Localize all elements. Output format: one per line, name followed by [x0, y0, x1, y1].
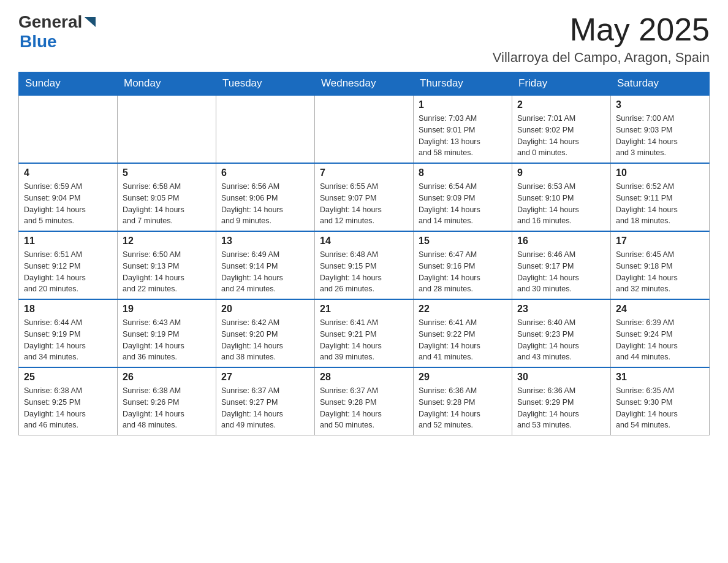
calendar-cell-w4-d6: 24Sunrise: 6:39 AM Sunset: 9:24 PM Dayli… — [611, 299, 710, 367]
calendar-cell-w2-d0: 4Sunrise: 6:59 AM Sunset: 9:04 PM Daylig… — [19, 163, 118, 231]
day-info: Sunrise: 6:40 AM Sunset: 9:23 PM Dayligh… — [517, 317, 605, 363]
calendar-cell-w2-d3: 7Sunrise: 6:55 AM Sunset: 9:07 PM Daylig… — [315, 163, 414, 231]
logo-blue-text: Blue — [20, 32, 57, 51]
day-info: Sunrise: 6:47 AM Sunset: 9:16 PM Dayligh… — [419, 249, 507, 295]
day-info: Sunrise: 6:46 AM Sunset: 9:17 PM Dayligh… — [517, 249, 605, 295]
calendar-cell-w5-d0: 25Sunrise: 6:38 AM Sunset: 9:25 PM Dayli… — [19, 367, 118, 435]
day-number: 20 — [221, 304, 309, 315]
day-number: 31 — [616, 372, 704, 383]
calendar-cell-w1-d2 — [216, 95, 315, 163]
day-number: 17 — [616, 236, 704, 247]
day-info: Sunrise: 6:38 AM Sunset: 9:26 PM Dayligh… — [123, 385, 211, 431]
col-friday: Friday — [512, 72, 611, 96]
calendar-cell-w4-d2: 20Sunrise: 6:42 AM Sunset: 9:20 PM Dayli… — [216, 299, 315, 367]
calendar-cell-w3-d6: 17Sunrise: 6:45 AM Sunset: 9:18 PM Dayli… — [611, 231, 710, 299]
day-number: 30 — [517, 372, 605, 383]
calendar-cell-w4-d3: 21Sunrise: 6:41 AM Sunset: 9:21 PM Dayli… — [315, 299, 414, 367]
calendar-cell-w1-d5: 2Sunrise: 7:01 AM Sunset: 9:02 PM Daylig… — [512, 95, 611, 163]
day-number: 5 — [123, 167, 211, 178]
calendar-cell-w5-d4: 29Sunrise: 6:36 AM Sunset: 9:28 PM Dayli… — [414, 367, 512, 435]
day-info: Sunrise: 6:49 AM Sunset: 9:14 PM Dayligh… — [221, 249, 309, 295]
svg-marker-0 — [85, 17, 96, 27]
day-info: Sunrise: 6:39 AM Sunset: 9:24 PM Dayligh… — [616, 317, 704, 363]
calendar-cell-w3-d4: 15Sunrise: 6:47 AM Sunset: 9:16 PM Dayli… — [414, 231, 512, 299]
day-number: 28 — [320, 372, 408, 383]
calendar-cell-w5-d6: 31Sunrise: 6:35 AM Sunset: 9:30 PM Dayli… — [611, 367, 710, 435]
calendar-cell-w4-d4: 22Sunrise: 6:41 AM Sunset: 9:22 PM Dayli… — [414, 299, 512, 367]
month-year-title: May 2025 — [493, 12, 710, 47]
day-number: 1 — [419, 99, 507, 110]
calendar-cell-w4-d5: 23Sunrise: 6:40 AM Sunset: 9:23 PM Dayli… — [512, 299, 611, 367]
day-number: 9 — [517, 167, 605, 178]
day-number: 29 — [419, 372, 507, 383]
day-number: 2 — [517, 99, 605, 110]
day-info: Sunrise: 6:45 AM Sunset: 9:18 PM Dayligh… — [616, 249, 704, 295]
calendar-cell-w5-d1: 26Sunrise: 6:38 AM Sunset: 9:26 PM Dayli… — [118, 367, 216, 435]
calendar-cell-w3-d3: 14Sunrise: 6:48 AM Sunset: 9:15 PM Dayli… — [315, 231, 414, 299]
calendar-cell-w4-d1: 19Sunrise: 6:43 AM Sunset: 9:19 PM Dayli… — [118, 299, 216, 367]
calendar-cell-w5-d5: 30Sunrise: 6:36 AM Sunset: 9:29 PM Dayli… — [512, 367, 611, 435]
calendar-cell-w5-d2: 27Sunrise: 6:37 AM Sunset: 9:27 PM Dayli… — [216, 367, 315, 435]
calendar-week-row-4: 18Sunrise: 6:44 AM Sunset: 9:19 PM Dayli… — [19, 299, 710, 367]
day-number: 12 — [123, 236, 211, 247]
day-info: Sunrise: 6:44 AM Sunset: 9:19 PM Dayligh… — [24, 317, 112, 363]
day-number: 16 — [517, 236, 605, 247]
calendar-cell-w2-d4: 8Sunrise: 6:54 AM Sunset: 9:09 PM Daylig… — [414, 163, 512, 231]
calendar-cell-w2-d5: 9Sunrise: 6:53 AM Sunset: 9:10 PM Daylig… — [512, 163, 611, 231]
day-info: Sunrise: 6:52 AM Sunset: 9:11 PM Dayligh… — [616, 181, 704, 227]
calendar-cell-w3-d5: 16Sunrise: 6:46 AM Sunset: 9:17 PM Dayli… — [512, 231, 611, 299]
day-info: Sunrise: 6:42 AM Sunset: 9:20 PM Dayligh… — [221, 317, 309, 363]
day-info: Sunrise: 6:43 AM Sunset: 9:19 PM Dayligh… — [123, 317, 211, 363]
location-subtitle: Villarroya del Campo, Aragon, Spain — [493, 50, 710, 66]
logo: General Blue — [18, 12, 96, 52]
day-number: 4 — [24, 167, 112, 178]
day-number: 22 — [419, 304, 507, 315]
calendar-week-row-2: 4Sunrise: 6:59 AM Sunset: 9:04 PM Daylig… — [19, 163, 710, 231]
day-info: Sunrise: 6:59 AM Sunset: 9:04 PM Dayligh… — [24, 181, 112, 227]
calendar-cell-w1-d6: 3Sunrise: 7:00 AM Sunset: 9:03 PM Daylig… — [611, 95, 710, 163]
day-info: Sunrise: 6:38 AM Sunset: 9:25 PM Dayligh… — [24, 385, 112, 431]
calendar-cell-w3-d2: 13Sunrise: 6:49 AM Sunset: 9:14 PM Dayli… — [216, 231, 315, 299]
day-number: 14 — [320, 236, 408, 247]
day-number: 26 — [123, 372, 211, 383]
col-wednesday: Wednesday — [315, 72, 414, 96]
day-info: Sunrise: 7:01 AM Sunset: 9:02 PM Dayligh… — [517, 113, 605, 159]
col-saturday: Saturday — [611, 72, 710, 96]
day-number: 18 — [24, 304, 112, 315]
calendar-cell-w2-d2: 6Sunrise: 6:56 AM Sunset: 9:06 PM Daylig… — [216, 163, 315, 231]
col-thursday: Thursday — [414, 72, 512, 96]
day-info: Sunrise: 6:36 AM Sunset: 9:29 PM Dayligh… — [517, 385, 605, 431]
calendar-cell-w2-d1: 5Sunrise: 6:58 AM Sunset: 9:05 PM Daylig… — [118, 163, 216, 231]
calendar-week-row-1: 1Sunrise: 7:03 AM Sunset: 9:01 PM Daylig… — [19, 95, 710, 163]
day-info: Sunrise: 6:58 AM Sunset: 9:05 PM Dayligh… — [123, 181, 211, 227]
calendar-table: Sunday Monday Tuesday Wednesday Thursday… — [18, 72, 710, 435]
day-number: 13 — [221, 236, 309, 247]
logo-general-text: General — [18, 12, 82, 32]
day-number: 24 — [616, 304, 704, 315]
day-number: 7 — [320, 167, 408, 178]
day-number: 23 — [517, 304, 605, 315]
logo-triangle-icon — [85, 17, 96, 27]
page-header: General Blue May 2025 Villarroya del Cam… — [18, 12, 710, 66]
col-sunday: Sunday — [19, 72, 118, 96]
day-info: Sunrise: 7:03 AM Sunset: 9:01 PM Dayligh… — [419, 113, 507, 159]
day-info: Sunrise: 6:50 AM Sunset: 9:13 PM Dayligh… — [123, 249, 211, 295]
day-number: 10 — [616, 167, 704, 178]
day-info: Sunrise: 6:41 AM Sunset: 9:22 PM Dayligh… — [419, 317, 507, 363]
day-info: Sunrise: 6:56 AM Sunset: 9:06 PM Dayligh… — [221, 181, 309, 227]
day-info: Sunrise: 6:51 AM Sunset: 9:12 PM Dayligh… — [24, 249, 112, 295]
day-info: Sunrise: 6:54 AM Sunset: 9:09 PM Dayligh… — [419, 181, 507, 227]
day-info: Sunrise: 6:53 AM Sunset: 9:10 PM Dayligh… — [517, 181, 605, 227]
calendar-cell-w5-d3: 28Sunrise: 6:37 AM Sunset: 9:28 PM Dayli… — [315, 367, 414, 435]
col-monday: Monday — [118, 72, 216, 96]
day-info: Sunrise: 6:35 AM Sunset: 9:30 PM Dayligh… — [616, 385, 704, 431]
day-info: Sunrise: 6:41 AM Sunset: 9:21 PM Dayligh… — [320, 317, 408, 363]
day-number: 6 — [221, 167, 309, 178]
day-number: 27 — [221, 372, 309, 383]
day-number: 15 — [419, 236, 507, 247]
day-number: 11 — [24, 236, 112, 247]
calendar-week-row-5: 25Sunrise: 6:38 AM Sunset: 9:25 PM Dayli… — [19, 367, 710, 435]
title-block: May 2025 Villarroya del Campo, Aragon, S… — [493, 12, 710, 66]
calendar-cell-w2-d6: 10Sunrise: 6:52 AM Sunset: 9:11 PM Dayli… — [611, 163, 710, 231]
calendar-cell-w1-d1 — [118, 95, 216, 163]
